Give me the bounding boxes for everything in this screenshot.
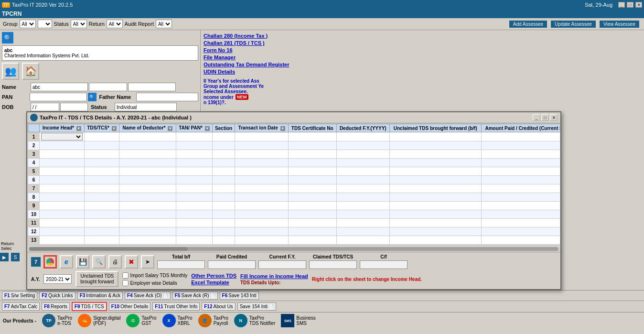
right-link-item[interactable]: File Manager — [204, 54, 641, 60]
table-cell[interactable] — [84, 150, 119, 159]
table-cell[interactable] — [288, 159, 336, 167]
table-cell[interactable] — [84, 227, 119, 236]
table-row[interactable]: 8 — [28, 193, 561, 202]
search-button[interactable]: 🔍 — [2, 32, 13, 43]
modal-restore-button[interactable]: □ — [541, 114, 549, 121]
income-head-cell[interactable] — [40, 150, 85, 159]
right-link-item[interactable]: Outstanding Tax Demand Register — [204, 62, 641, 67]
fkey-f1[interactable]: F1 S/w Setting — [2, 291, 37, 300]
table-cell[interactable] — [288, 141, 336, 150]
fkey-f7[interactable]: F7 AdvTax Calc — [2, 302, 40, 311]
ie-icon-button[interactable]: e — [60, 255, 73, 269]
excel-template-link[interactable]: Excel Template — [191, 280, 236, 285]
table-cell[interactable] — [84, 141, 119, 150]
scrollbar-track-h[interactable] — [29, 247, 558, 251]
table-cell[interactable] — [84, 193, 119, 202]
table-cell[interactable] — [213, 193, 235, 202]
minimize-button[interactable]: _ — [618, 2, 625, 8]
table-cell[interactable] — [84, 202, 119, 210]
deductor-filter[interactable]: ▼ — [168, 126, 172, 131]
table-row[interactable]: 4 — [28, 159, 561, 167]
table-cell[interactable] — [336, 150, 389, 159]
table-cell[interactable] — [288, 184, 336, 193]
table-cell[interactable] — [119, 184, 176, 193]
table-cell[interactable] — [288, 150, 336, 159]
table-cell[interactable] — [288, 202, 336, 210]
unclaimed-tds-button[interactable]: Unclaimed TDSbrought forward — [75, 271, 118, 287]
income-head-cell[interactable] — [40, 132, 85, 141]
employer-wise-checkbox[interactable] — [122, 280, 129, 286]
product-notifier[interactable]: N TaxProTDS Notifier — [234, 314, 275, 327]
table-cell[interactable] — [336, 132, 389, 141]
delete-button-modal[interactable]: ✖ — [125, 255, 138, 269]
income-head-cell[interactable] — [40, 167, 85, 176]
table-cell[interactable] — [288, 227, 336, 236]
table-cell[interactable] — [336, 167, 389, 176]
subgroup-select[interactable] — [38, 20, 52, 28]
fkey-save154[interactable]: Save 154 Inti 📄 — [237, 302, 276, 311]
table-cell[interactable] — [213, 150, 235, 159]
table-cell[interactable] — [213, 202, 235, 210]
table-cell[interactable] — [288, 167, 336, 176]
col-transaction-date[interactable]: Transact ion Date ▼ — [235, 124, 289, 132]
table-cell[interactable] — [84, 210, 119, 219]
table-cell[interactable] — [481, 159, 560, 167]
table-cell[interactable] — [176, 193, 213, 202]
table-cell[interactable] — [235, 132, 289, 141]
table-cell[interactable] — [389, 227, 481, 236]
fkey-f4[interactable]: F4 Save Ack (O) 📄 — [125, 291, 171, 300]
table-row[interactable]: 6 — [28, 176, 561, 184]
table-cell[interactable] — [176, 176, 213, 184]
paid-credited-input[interactable] — [208, 260, 256, 269]
table-cell[interactable] — [336, 227, 389, 236]
table-cell[interactable] — [119, 167, 176, 176]
title-bar-controls[interactable]: Sat, 29-Aug _ □ ✕ — [585, 2, 642, 8]
scrollbar-thumb-h[interactable] — [29, 247, 188, 251]
table-cell[interactable] — [235, 236, 289, 245]
name-input2[interactable] — [89, 83, 127, 91]
table-cell[interactable] — [176, 184, 213, 193]
table-cell[interactable] — [235, 210, 289, 219]
status-input[interactable] — [115, 103, 177, 111]
table-cell[interactable] — [84, 236, 119, 245]
table-cell[interactable] — [84, 219, 119, 227]
table-cell[interactable] — [288, 210, 336, 219]
close-button[interactable]: ✕ — [635, 2, 642, 8]
table-cell[interactable] — [119, 202, 176, 210]
restore-button[interactable]: □ — [627, 2, 633, 8]
table-cell[interactable] — [213, 210, 235, 219]
dob-input2[interactable] — [60, 103, 88, 111]
right-link-item[interactable]: Challan 280 (Income Tax ) — [204, 33, 641, 39]
table-cell[interactable] — [336, 210, 389, 219]
table-cell[interactable] — [119, 150, 176, 159]
product-xbrl[interactable]: X TaxProXBRL — [162, 314, 193, 327]
table-cell[interactable] — [84, 159, 119, 167]
table-cell[interactable] — [336, 176, 389, 184]
table-cell[interactable] — [235, 167, 289, 176]
income-head-cell[interactable] — [40, 219, 85, 227]
fkey-f2[interactable]: F2 Quick Links — [39, 291, 75, 300]
person-icon-1[interactable]: 👥 — [2, 63, 19, 80]
table-row[interactable]: 2 — [28, 141, 561, 150]
table-cell[interactable] — [389, 167, 481, 176]
current-fy-input[interactable] — [258, 260, 306, 269]
pan-search-button[interactable]: 🔍 — [88, 93, 96, 101]
col-tan-pan[interactable]: TAN/ PAN* ▼ — [176, 124, 213, 132]
income-head-cell[interactable] — [40, 176, 85, 184]
tds-table-container[interactable]: Income Head* ▼ TDS/TCS* ▼ Name of Deduct… — [27, 123, 560, 245]
table-cell[interactable] — [213, 159, 235, 167]
table-cell[interactable] — [481, 176, 560, 184]
pan-input[interactable] — [30, 93, 87, 101]
print-button-modal[interactable]: 🖨 — [108, 255, 122, 269]
table-cell[interactable] — [176, 227, 213, 236]
table-cell[interactable] — [481, 193, 560, 202]
table-cell[interactable] — [235, 150, 289, 159]
col-income-head[interactable]: Income Head* ▼ — [40, 124, 85, 132]
table-cell[interactable] — [176, 167, 213, 176]
view-assessee-button[interactable]: View Assessee — [600, 21, 639, 28]
table-cell[interactable] — [213, 219, 235, 227]
claimed-tds-input[interactable] — [309, 260, 357, 269]
table-cell[interactable] — [235, 227, 289, 236]
table-row[interactable]: 10 — [28, 210, 561, 219]
table-cell[interactable] — [288, 219, 336, 227]
